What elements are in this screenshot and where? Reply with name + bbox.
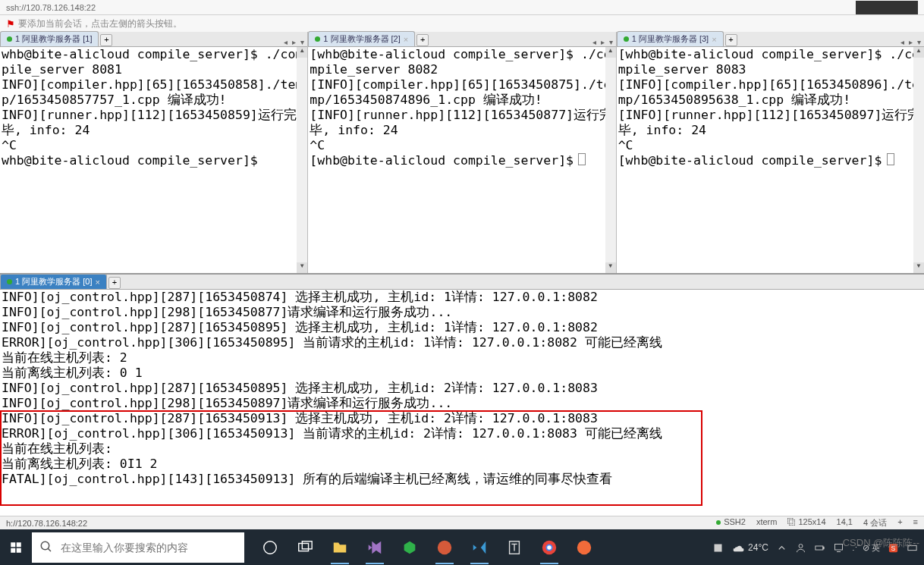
add-tab-button[interactable]: + bbox=[416, 34, 429, 46]
cursor-icon bbox=[887, 153, 894, 165]
close-icon[interactable]: × bbox=[712, 35, 716, 44]
tab-next-button[interactable]: ▸ bbox=[599, 38, 606, 46]
pane-tabs: 1 阿里教学服务器 [3] × + ◂ ▸ ▾ bbox=[617, 32, 924, 47]
tab-nav-buttons: ◂ ▸ ▾ bbox=[899, 38, 922, 46]
visual-studio-icon[interactable] bbox=[358, 531, 391, 564]
tray-people-icon[interactable] bbox=[795, 542, 806, 554]
scrollbar[interactable]: ▲▼ bbox=[913, 47, 924, 273]
chrome-icon[interactable] bbox=[533, 531, 566, 564]
terminal-body[interactable]: [whb@bite-alicloud compile_server]$ ./co… bbox=[617, 47, 924, 273]
postman-icon[interactable] bbox=[567, 531, 601, 564]
terminal-output: [whb@bite-alicloud compile_server]$ ./co… bbox=[308, 47, 615, 168]
svg-rect-4 bbox=[302, 541, 312, 549]
tab-prev-button[interactable]: ◂ bbox=[899, 38, 906, 46]
search-input[interactable] bbox=[61, 541, 237, 554]
window-title: ssh://120.78.126.148:22 bbox=[6, 3, 96, 12]
watermark: CSDN @陈陈陈-- bbox=[843, 536, 919, 550]
svg-point-2 bbox=[264, 541, 277, 554]
svg-line-1 bbox=[48, 548, 51, 551]
hint-bar: ⚑ 要添加当前会话，点击左侧的箭头按钮。 bbox=[0, 15, 924, 32]
tab-next-button[interactable]: ▸ bbox=[907, 38, 914, 46]
svg-point-5 bbox=[438, 541, 451, 554]
terminal-output: INFO][oj_control.hpp][287][1653450874] 选… bbox=[0, 290, 924, 487]
tab-next-button[interactable]: ▸ bbox=[291, 38, 297, 46]
tray-app-icon[interactable] bbox=[712, 542, 724, 554]
terminal-pane-3: 1 阿里教学服务器 [3] × + ◂ ▸ ▾ [whb@bite-aliclo… bbox=[617, 32, 924, 273]
terminal-tab[interactable]: 1 阿里教学服务器 [1] bbox=[0, 31, 99, 46]
xshell-icon[interactable] bbox=[428, 531, 461, 564]
tab-label: 1 阿里教学服务器 [1] bbox=[15, 33, 92, 45]
status-sessions: 4 会话 bbox=[863, 517, 887, 529]
tab-label: 1 阿里教学服务器 [3] bbox=[632, 33, 709, 45]
status-dot-icon bbox=[624, 36, 629, 42]
svg-rect-14 bbox=[816, 546, 823, 550]
status-dot-icon bbox=[315, 36, 320, 42]
task-icons bbox=[253, 531, 601, 564]
pane-tabs: 1 阿里教学服务器 [1] + ◂ ▸ ▾ bbox=[0, 32, 307, 47]
terminal-output: whb@bite-alicloud compile_server]$ ./com… bbox=[0, 47, 307, 168]
add-tab-button[interactable]: + bbox=[100, 34, 112, 46]
tab-label: 1 阿里教学服务器 [2] bbox=[323, 33, 400, 45]
cursor-icon bbox=[578, 153, 586, 165]
terminal-pane-1: 1 阿里教学服务器 [1] + ◂ ▸ ▾ whb@bite-alicloud … bbox=[0, 32, 308, 273]
status-term: xterm bbox=[756, 517, 778, 529]
svg-rect-15 bbox=[823, 547, 824, 549]
svg-point-13 bbox=[799, 544, 803, 548]
tab-prev-button[interactable]: ◂ bbox=[591, 38, 598, 46]
add-tab-button[interactable]: + bbox=[725, 34, 737, 46]
tray-chevron-icon[interactable] bbox=[776, 542, 787, 554]
file-explorer-icon[interactable] bbox=[323, 531, 357, 564]
svg-rect-3 bbox=[299, 544, 309, 551]
statusbar: h://120.78.126.148:22 SSH2 xterm ⿻ 125x1… bbox=[0, 516, 924, 529]
status-plus-icon[interactable]: + bbox=[897, 517, 902, 529]
tab-menu-button[interactable]: ▾ bbox=[299, 38, 306, 46]
tab-menu-button[interactable]: ▾ bbox=[916, 38, 922, 46]
close-icon[interactable]: × bbox=[404, 35, 408, 44]
terminal-body[interactable]: INFO][oj_control.hpp][287][1653450874] 选… bbox=[0, 290, 924, 516]
pane-tabs: 1 阿里教学服务器 [2] × + ◂ ▸ ▾ bbox=[308, 32, 615, 47]
svg-rect-16 bbox=[834, 544, 842, 550]
tab-nav-buttons: ◂ ▸ ▾ bbox=[282, 38, 306, 46]
status-dot-icon bbox=[7, 279, 12, 284]
weather-widget[interactable]: 24°C bbox=[731, 541, 768, 554]
terminal-tab[interactable]: 1 阿里教学服务器 [0] × bbox=[0, 274, 107, 289]
taskbar: 24°C ⋰ ⊘ 英 S bbox=[0, 529, 924, 565]
status-pos: 14,1 bbox=[837, 517, 853, 529]
terminal-body[interactable]: whb@bite-alicloud compile_server]$ ./com… bbox=[0, 47, 307, 273]
cortana-icon[interactable] bbox=[253, 531, 287, 564]
tab-prev-button[interactable]: ◂ bbox=[282, 38, 289, 46]
scrollbar[interactable]: ▲▼ bbox=[297, 47, 307, 273]
app-green-icon[interactable] bbox=[393, 531, 426, 564]
svg-point-0 bbox=[41, 541, 49, 550]
webcam-thumbnail bbox=[856, 1, 918, 14]
top-panes: 1 阿里教学服务器 [1] + ◂ ▸ ▾ whb@bite-alicloud … bbox=[0, 32, 924, 273]
tab-nav-buttons: ◂ ▸ ▾ bbox=[591, 38, 614, 46]
search-box[interactable] bbox=[32, 532, 244, 563]
bottom-tabs: 1 阿里教学服务器 [0] × + bbox=[0, 275, 924, 290]
tab-menu-button[interactable]: ▾ bbox=[608, 38, 614, 46]
terminal-tab[interactable]: 1 阿里教学服务器 [2] × bbox=[308, 31, 415, 46]
add-tab-button[interactable]: + bbox=[108, 277, 121, 289]
status-ssh: SSH2 bbox=[716, 517, 746, 529]
svg-point-11 bbox=[547, 545, 552, 550]
status-dot-icon bbox=[7, 36, 12, 42]
flag-icon: ⚑ bbox=[6, 18, 15, 30]
status-menu-icon[interactable]: ≡ bbox=[913, 517, 918, 529]
terminal-body[interactable]: [whb@bite-alicloud compile_server]$ ./co… bbox=[308, 47, 615, 273]
task-view-icon[interactable] bbox=[288, 531, 322, 564]
terminal-tab[interactable]: 1 阿里教学服务器 [3] × bbox=[617, 31, 724, 46]
scrollbar[interactable]: ▲▼ bbox=[605, 47, 616, 273]
status-size: ⿻ 125x14 bbox=[787, 517, 825, 529]
weather-temp: 24°C bbox=[748, 542, 768, 553]
typora-icon[interactable] bbox=[498, 531, 531, 564]
tray-battery-icon[interactable] bbox=[814, 542, 825, 554]
bottom-pane: 1 阿里教学服务器 [0] × + INFO][oj_control.hpp][… bbox=[0, 273, 924, 516]
terminal-pane-2: 1 阿里教学服务器 [2] × + ◂ ▸ ▾ [whb@bite-aliclo… bbox=[308, 32, 616, 273]
start-button[interactable] bbox=[0, 532, 32, 563]
tab-label: 1 阿里教学服务器 [0] bbox=[15, 276, 92, 287]
search-icon bbox=[39, 540, 53, 556]
vscode-icon[interactable] bbox=[463, 531, 496, 564]
status-host: h://120.78.126.148:22 bbox=[6, 519, 87, 528]
close-icon[interactable]: × bbox=[95, 278, 99, 287]
hint-text: 要添加当前会话，点击左侧的箭头按钮。 bbox=[18, 17, 182, 30]
